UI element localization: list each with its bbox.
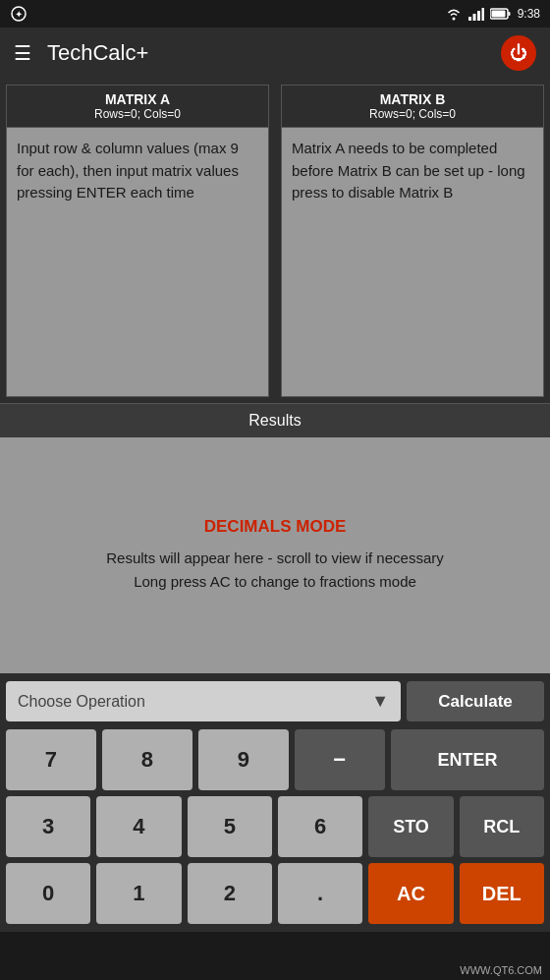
power-icon: ⏻ — [510, 43, 527, 64]
matrix-b-panel[interactable]: MATRIX B Rows=0; Cols=0 Matrix A needs t… — [281, 85, 544, 397]
power-button[interactable]: ⏻ — [501, 35, 536, 71]
signal-icon — [468, 7, 484, 21]
matrix-section: MATRIX A Rows=0; Cols=0 Input row & colu… — [0, 79, 550, 403]
calculate-button[interactable]: Calculate — [407, 681, 544, 721]
svg-point-2 — [452, 18, 455, 21]
key-minus[interactable]: − — [295, 729, 385, 790]
key-4[interactable]: 4 — [96, 796, 181, 857]
keypad-row-1: 7 8 9 − ENTER — [6, 729, 544, 790]
key-9[interactable]: 9 — [198, 729, 289, 790]
matrix-b-title: MATRIX B — [286, 91, 539, 107]
results-line2: Long press AC to change to fractions mod… — [134, 573, 416, 590]
watermark: WWW.QT6.COM — [460, 964, 542, 976]
results-line1: Results will appear here - scroll to vie… — [106, 549, 443, 566]
key-3[interactable]: 3 — [6, 796, 90, 857]
matrix-a-title: MATRIX A — [11, 91, 264, 107]
keypad-row-3: 0 1 2 . AC DEL — [6, 863, 544, 924]
key-enter[interactable]: ENTER — [391, 729, 544, 790]
operation-row: Choose Operation ▼ Calculate — [6, 681, 544, 721]
status-bar-right: 9:38 — [445, 7, 540, 21]
key-6[interactable]: 6 — [278, 796, 362, 857]
results-info: Results will appear here - scroll to vie… — [106, 547, 443, 594]
results-header: Results — [0, 403, 550, 437]
matrix-a-panel[interactable]: MATRIX A Rows=0; Cols=0 Input row & colu… — [6, 85, 269, 397]
key-8[interactable]: 8 — [102, 729, 192, 790]
key-sto[interactable]: STO — [368, 796, 453, 857]
status-bar: ✦ 9:38 — [0, 0, 550, 28]
wifi-icon — [445, 7, 463, 21]
svg-rect-4 — [472, 14, 475, 21]
matrix-b-text: Matrix A needs to be completed before Ma… — [292, 140, 525, 201]
app-title: TechCalc+ — [47, 40, 485, 66]
app-header: ☰ TechCalc+ ⏻ — [0, 28, 550, 79]
keypad-row-2: 3 4 5 6 STO RCL — [6, 796, 544, 857]
svg-text:✦: ✦ — [15, 9, 23, 20]
decimals-mode-label: DECIMALS MODE — [204, 517, 347, 537]
matrix-b-subtitle: Rows=0; Cols=0 — [286, 107, 539, 121]
svg-rect-9 — [491, 11, 505, 18]
battery-icon — [490, 8, 512, 20]
time-display: 9:38 — [518, 7, 540, 21]
matrix-a-header: MATRIX A Rows=0; Cols=0 — [7, 86, 268, 128]
hamburger-menu[interactable]: ☰ — [14, 41, 31, 65]
key-dot[interactable]: . — [278, 863, 362, 924]
matrix-a-body[interactable]: Input row & column values (max 9 for eac… — [7, 128, 268, 396]
svg-rect-3 — [468, 17, 471, 21]
calculate-label: Calculate — [438, 692, 513, 712]
key-rcl[interactable]: RCL — [460, 796, 544, 857]
bottom-controls: Choose Operation ▼ Calculate 7 8 9 − ENT… — [0, 673, 550, 932]
key-ac[interactable]: AC — [368, 863, 453, 924]
dropdown-arrow-icon: ▼ — [371, 691, 389, 712]
key-2[interactable]: 2 — [188, 863, 272, 924]
key-0[interactable]: 0 — [6, 863, 90, 924]
svg-rect-6 — [481, 8, 484, 21]
operation-dropdown[interactable]: Choose Operation ▼ — [6, 681, 401, 721]
svg-rect-8 — [508, 12, 510, 16]
matrix-a-text: Input row & column values (max 9 for eac… — [17, 140, 239, 201]
key-7[interactable]: 7 — [6, 729, 96, 790]
matrix-a-subtitle: Rows=0; Cols=0 — [11, 107, 264, 121]
status-bar-left: ✦ — [10, 5, 28, 23]
results-body[interactable]: DECIMALS MODE Results will appear here -… — [0, 437, 550, 673]
key-5[interactable]: 5 — [188, 796, 272, 857]
matrix-b-header: MATRIX B Rows=0; Cols=0 — [282, 86, 543, 128]
key-del[interactable]: DEL — [460, 863, 544, 924]
operation-placeholder: Choose Operation — [18, 693, 371, 711]
results-label: Results — [248, 412, 301, 429]
key-1[interactable]: 1 — [96, 863, 181, 924]
keypad: 7 8 9 − ENTER 3 4 5 — [6, 729, 544, 924]
notification-icon: ✦ — [10, 5, 28, 23]
matrix-b-body[interactable]: Matrix A needs to be completed before Ma… — [282, 128, 543, 396]
svg-rect-5 — [477, 11, 480, 21]
